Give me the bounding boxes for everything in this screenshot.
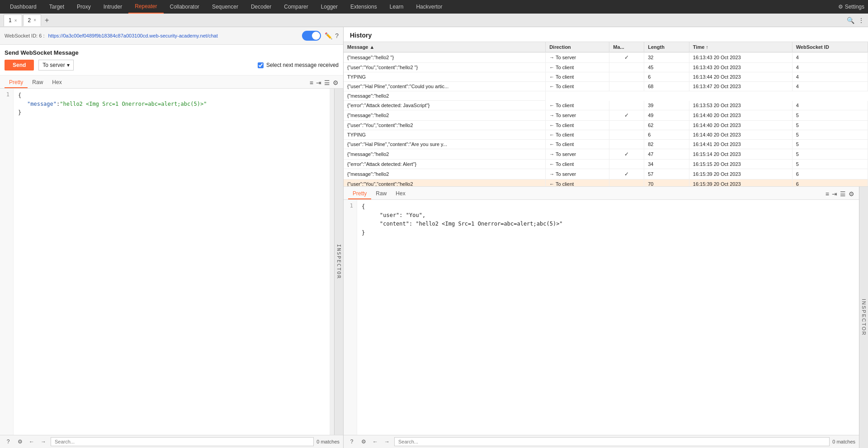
indent-icon[interactable]: ⇥ [316, 79, 321, 86]
nav-proxy[interactable]: Proxy [71, 0, 97, 14]
cell-matched: ✓ [609, 52, 644, 63]
search-input-right[interactable] [394, 437, 830, 446]
table-row[interactable]: {"user":"Hal Pline","content":"Are you s… [344, 140, 868, 149]
back-icon-right[interactable]: ← [371, 437, 380, 446]
cell-time: 16:13:43 20 Oct 2023 [689, 52, 792, 63]
settings-editor-icon[interactable]: ⚙ [333, 79, 339, 86]
nav-repeater[interactable]: Repeater [128, 0, 163, 14]
search-icon[interactable]: 🔍 [847, 17, 854, 24]
forward-icon-right[interactable]: → [382, 437, 392, 446]
nav-collaborator[interactable]: Collaborator [164, 0, 206, 14]
response-content[interactable]: { "user": "You", "content": "hello2 <Img… [357, 200, 859, 435]
table-row[interactable]: {"message":"hello2 "} → To server ✓ 32 1… [344, 52, 868, 63]
col-time[interactable]: Time ↑ [689, 42, 792, 52]
checkbox-area: Select next message received [258, 62, 339, 68]
nav-extensions[interactable]: Extensions [344, 0, 383, 14]
table-row[interactable]: {"error":"Attack detected: Alert"} ← To … [344, 160, 868, 169]
cell-direction: ← To client [546, 130, 609, 140]
cell-wsid: 5 [792, 110, 868, 121]
table-row[interactable]: TYPING ← To client 6 16:13:44 20 Oct 202… [344, 72, 868, 82]
send-button[interactable]: Send [5, 60, 34, 71]
search-input-left[interactable] [51, 437, 314, 446]
table-row[interactable]: {"message":"hello2 → To server ✓ 49 16:1… [344, 110, 868, 121]
editor-tab-raw[interactable]: Raw [28, 77, 47, 88]
col-message[interactable]: Message ▲ [344, 42, 546, 52]
cell-message: {"message":"hello2 [344, 149, 546, 160]
editor-tab-pretty[interactable]: Pretty [5, 77, 28, 88]
table-row[interactable]: {"message":"hello2 → To server ✓ 47 16:1… [344, 149, 868, 160]
cell-length: 6 [644, 72, 689, 82]
connection-toggle[interactable] [302, 31, 321, 41]
resp-brace-close: } [362, 230, 365, 236]
table-row[interactable]: {"user":"You","content":"hello2 ← To cli… [344, 121, 868, 130]
cell-wsid: 5 [792, 149, 868, 160]
table-row[interactable]: {"user":"You","content":"hello2 "} ← To … [344, 63, 868, 72]
table-row[interactable]: {"user":"Hal Pline","content":"Could you… [344, 82, 868, 91]
nav-hackvertor[interactable]: Hackvertor [410, 0, 448, 14]
response-tab-hex[interactable]: Hex [391, 189, 410, 199]
direction-select[interactable]: To server ▾ [38, 60, 73, 71]
format-icon[interactable]: ☰ [324, 79, 330, 86]
response-format-icon[interactable]: ☰ [840, 190, 846, 198]
tab-1[interactable]: 1 × [4, 14, 22, 26]
nav-comparer[interactable]: Comparer [278, 0, 314, 14]
response-tab-raw[interactable]: Raw [371, 189, 391, 199]
code-brace-open: { [18, 92, 21, 99]
col-direction[interactable]: Direction [546, 42, 609, 52]
scrollbar[interactable] [330, 89, 334, 435]
word-wrap-icon[interactable]: ≡ [310, 79, 313, 86]
nav-dashboard[interactable]: Dashboard [4, 0, 43, 14]
table-row[interactable]: TYPING ← To client 6 16:14:40 20 Oct 202… [344, 130, 868, 140]
add-tab-button[interactable]: + [42, 16, 52, 24]
main-layout: WebSocket ID: 6 : https://0a3c00ef0489f9… [0, 27, 868, 448]
forward-icon[interactable]: → [39, 437, 48, 446]
table-row[interactable]: {"error":"Attack detected: JavaScript"} … [344, 101, 868, 110]
more-options-icon[interactable]: ⋮ [858, 17, 864, 24]
cell-matched: ✓ [609, 169, 644, 179]
nav-learn[interactable]: Learn [383, 0, 410, 14]
editor-tab-hex[interactable]: Hex [47, 77, 66, 88]
nav-sequencer[interactable]: Sequencer [206, 0, 245, 14]
nav-target[interactable]: Target [43, 0, 71, 14]
cell-time: 16:15:39 20 Oct 2023 [689, 169, 792, 179]
response-word-wrap-icon[interactable]: ≡ [826, 190, 829, 198]
cell-matched [609, 121, 644, 130]
table-row[interactable]: {"user":"You","content":"hello2 ← To cli… [344, 179, 868, 187]
edit-icon[interactable]: ✏️ [325, 32, 332, 39]
help-circle-icon-right[interactable]: ? [347, 437, 356, 446]
settings-bottom-icon[interactable]: ⚙ [15, 437, 24, 446]
settings-button[interactable]: ⚙ Settings [838, 4, 864, 10]
settings-bottom-icon-right[interactable]: ⚙ [359, 437, 368, 446]
col-length[interactable]: Length [644, 42, 689, 52]
table-row[interactable]: {"message":"hello2 → To server ✓ 57 16:1… [344, 169, 868, 179]
tab-1-close[interactable]: × [14, 18, 17, 23]
code-brace-close: } [18, 109, 21, 116]
help-circle-icon[interactable]: ? [4, 437, 13, 446]
tab-2[interactable]: 2 × [23, 14, 42, 26]
response-tabs: Pretty Raw Hex ≡ ⇥ ☰ ⚙ [344, 187, 859, 200]
inspector-label-left[interactable]: INSPECTOR [334, 89, 343, 435]
cell-matched [609, 63, 644, 72]
response-settings-icon[interactable]: ⚙ [849, 190, 854, 198]
nav-decoder[interactable]: Decoder [245, 0, 278, 14]
tab-1-label: 1 [9, 17, 12, 24]
select-next-checkbox[interactable] [258, 62, 264, 68]
cell-direction: ← To client [546, 101, 609, 110]
cell-time: 16:13:44 20 Oct 2023 [689, 72, 792, 82]
col-wsid[interactable]: WebSocket ID [792, 42, 868, 52]
nav-logger[interactable]: Logger [315, 0, 344, 14]
tab-2-close[interactable]: × [33, 18, 36, 23]
cell-length: 57 [644, 169, 689, 179]
cell-length: 45 [644, 63, 689, 72]
response-indent-icon[interactable]: ⇥ [832, 190, 837, 198]
cell-direction: ← To client [546, 72, 609, 82]
response-tab-pretty[interactable]: Pretty [348, 189, 371, 199]
col-matched[interactable]: Ma... [609, 42, 644, 52]
table-row[interactable]: {"message":"hello2 "}</td> <td data-name… [344, 91, 868, 101]
back-icon[interactable]: ← [27, 437, 36, 446]
code-content[interactable]: { "message":"hello2 <Img Src=1 Onerror=a… [14, 89, 330, 435]
help-icon[interactable]: ? [335, 32, 339, 39]
inspector-label-right[interactable]: INSPECTOR [859, 187, 868, 448]
nav-intruder[interactable]: Intruder [97, 0, 128, 14]
cell-length: 68 [644, 82, 689, 91]
